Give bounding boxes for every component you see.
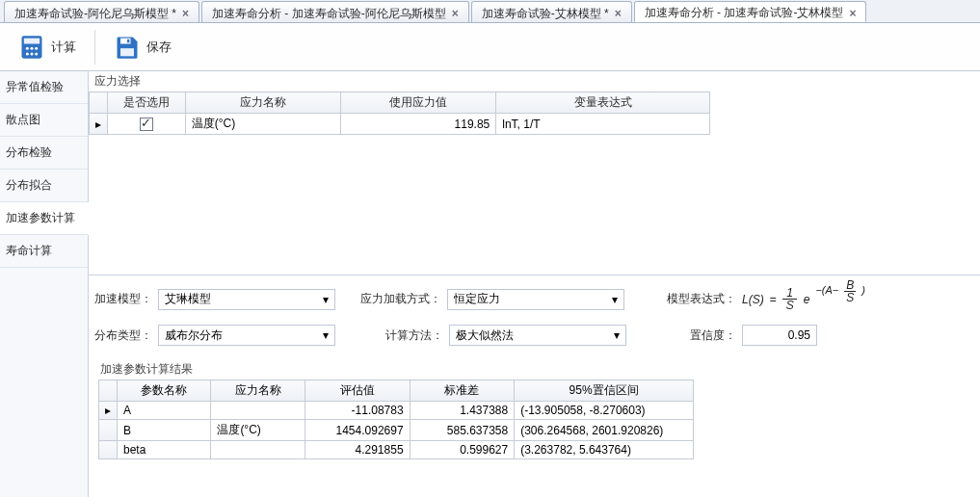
col-stress[interactable]: 应力名称 [211,380,305,402]
model-combo[interactable]: ▾ [158,289,335,310]
svg-point-4 [35,46,38,49]
cell-stress-value[interactable]: 119.85 [341,114,496,135]
cell-selected[interactable] [108,114,186,135]
confidence-input[interactable] [742,325,817,346]
save-button[interactable]: 保存 [103,29,182,65]
tab-0[interactable]: 加速寿命试验-阿伦尼乌斯模型 *× [4,1,199,22]
sidebar-item-accel-param[interactable]: 加速参数计算 [0,202,89,235]
save-icon [114,34,141,61]
col-stress-name[interactable]: 应力名称 [185,92,340,114]
dist-input[interactable] [158,325,335,346]
col-var-expr[interactable]: 变量表达式 [496,92,710,114]
svg-rect-1 [24,38,40,43]
load-label: 应力加载方式： [360,291,441,307]
compute-label: 计算 [51,39,76,56]
save-label: 保存 [146,39,172,56]
svg-point-3 [30,46,33,49]
checkbox-checked-icon[interactable] [140,118,153,131]
svg-rect-9 [120,48,134,56]
tab-2[interactable]: 加速寿命试验-艾林模型 *× [471,1,632,22]
formula-label: 模型表达式： [667,291,736,307]
svg-rect-10 [127,39,129,42]
close-icon[interactable]: × [182,7,189,20]
tab-bar: 加速寿命试验-阿伦尼乌斯模型 *× 加速寿命分析 - 加速寿命试验-阿伦尼乌斯模… [0,0,980,23]
close-icon[interactable]: × [615,7,622,20]
sidebar-item-dist-fit[interactable]: 分布拟合 [0,170,88,202]
conf-label: 置信度： [690,327,736,344]
row-indicator-icon: ▸ [99,402,118,420]
sidebar: 异常值检验 散点图 分布检验 分布拟合 加速参数计算 寿命计算 [0,71,89,497]
sidebar-item-outlier[interactable]: 异常值检验 [0,71,88,104]
row-header-blank [90,92,108,114]
results-title: 加速参数计算结果 [94,359,972,379]
svg-point-6 [30,52,33,55]
col-ci[interactable]: 95%置信区间 [515,380,694,402]
col-selected[interactable]: 是否选用 [108,92,186,114]
calculator-icon [18,34,45,61]
stress-table: 是否选用 应力名称 使用应力值 变量表达式 ▸ 温度(°C) 119.85 ln… [89,92,710,135]
results-table: 参数名称 应力名称 评估值 标准差 95%置信区间 ▸ A -11.087831… [98,379,694,459]
svg-point-5 [26,52,29,55]
separator [94,30,95,65]
table-row[interactable]: B温度(°C) 1454.092697585.637358 (306.26456… [99,420,694,441]
load-combo[interactable]: ▾ [447,289,624,310]
sidebar-item-life-calc[interactable]: 寿命计算 [0,235,88,268]
row-indicator-icon: ▸ [90,114,108,135]
cell-stress-name[interactable]: 温度(°C) [185,114,340,135]
method-label: 计算方法： [385,327,443,344]
col-param[interactable]: 参数名称 [118,380,211,402]
model-label: 加速模型： [94,291,152,307]
sidebar-item-scatter[interactable]: 散点图 [0,104,88,137]
table-row[interactable]: ▸ 温度(°C) 119.85 lnT, 1/T [90,114,710,135]
cell-var-expr[interactable]: lnT, 1/T [496,114,710,135]
compute-button[interactable]: 计算 [8,29,87,65]
toolbar: 计算 保存 [0,23,980,71]
table-row[interactable]: ▸ A -11.087831.437388 (-13.905058, -8.27… [99,402,694,420]
load-input[interactable] [447,289,624,310]
dist-combo[interactable]: ▾ [158,325,335,346]
svg-point-2 [26,46,29,49]
col-estimate[interactable]: 评估值 [305,380,410,402]
method-input[interactable] [449,325,626,346]
table-row[interactable]: beta 4.2918550.599627 (3.263782, 5.64376… [99,441,694,459]
tab-1[interactable]: 加速寿命分析 - 加速寿命试验-阿伦尼乌斯模型× [201,1,469,22]
close-icon[interactable]: × [849,7,856,20]
tab-3[interactable]: 加速寿命分析 - 加速寿命试验-艾林模型× [634,1,867,22]
close-icon[interactable]: × [452,7,459,20]
dist-label: 分布类型： [94,327,152,344]
col-stderr[interactable]: 标准差 [410,380,515,402]
sidebar-item-dist-test[interactable]: 分布检验 [0,137,88,170]
col-stress-value[interactable]: 使用应力值 [341,92,496,114]
svg-point-7 [35,52,38,55]
formula-display: L(S)= 1S e −(A− BS ) [742,287,865,311]
model-input[interactable] [158,289,335,310]
method-combo[interactable]: ▾ [449,325,626,346]
stress-panel-title: 应力选择 [89,71,980,92]
